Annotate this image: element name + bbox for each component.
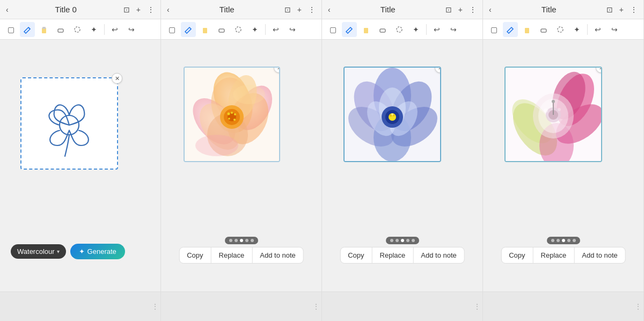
pen-tool-3[interactable] [342,22,357,37]
panel-2: ‹ Title ⊡ + ⋮ ▢ ✦ ↩ ↪ ✕ [161,0,322,321]
sketch-card-1: ✕ [20,77,118,170]
more-icon-4[interactable]: ⋮ [628,4,639,15]
sep-2 [265,24,266,35]
watercolour-button[interactable]: Watercolour ▾ [11,244,66,259]
dot-3-4 [406,239,409,242]
add-note-btn-3[interactable]: Add to note [413,247,464,263]
image-card-3: ✕ [343,67,441,162]
dots-row-3 [386,237,419,244]
eraser-tool-3[interactable] [375,22,390,37]
canvas-2: ✕ [161,40,321,291]
select-tool-3[interactable]: ▢ [325,22,340,37]
eraser-tool-2[interactable] [214,22,229,37]
magic-tool-1[interactable]: ✦ [86,22,101,37]
dot-4-3 [562,239,565,242]
replace-btn-3[interactable]: Replace [372,247,414,263]
bottom-strip-3: ⋮ [322,291,482,321]
flower-orange-img [185,68,279,161]
svg-rect-27 [380,29,385,32]
highlighter-tool-3[interactable] [358,22,374,37]
lasso-tool-3[interactable] [392,22,407,37]
add-icon-4[interactable]: + [618,4,625,15]
dots-row-2 [225,237,258,244]
redo-btn-4[interactable]: ↪ [607,22,622,37]
lasso-tool-4[interactable] [553,22,568,37]
watercolour-label: Watercolour [17,247,55,256]
flower-pink-img [506,68,601,161]
layout-icon-2[interactable]: ⊡ [283,4,292,15]
sketch-close-btn-1[interactable]: ✕ [112,73,122,84]
select-tool-2[interactable]: ▢ [164,22,179,37]
svg-point-23 [233,119,236,121]
copy-btn-3[interactable]: Copy [340,247,372,263]
dot-4-5 [573,239,576,242]
dot-3-3 [401,239,404,242]
svg-point-22 [228,118,230,120]
magic-tool-4[interactable]: ✦ [569,22,584,37]
replace-btn-4[interactable]: Replace [533,247,575,263]
eraser-tool-1[interactable] [53,22,68,37]
toolbar-4: ▢ ✦ ↩ ↪ [483,19,643,40]
highlighter-tool-4[interactable] [519,22,535,37]
dot-2-4 [245,239,248,242]
back-icon-2[interactable]: ‹ [165,4,171,15]
dot-4-4 [567,239,570,242]
svg-point-60 [558,108,561,111]
bottom-strip-2: ⋮ [161,291,321,321]
undo-btn-3[interactable]: ↩ [429,22,444,37]
dots-pill-4 [547,237,580,244]
add-icon-2[interactable]: + [296,4,303,15]
lasso-tool-2[interactable] [231,22,246,37]
pen-tool-4[interactable] [503,22,518,37]
lasso-tool-1[interactable] [70,22,85,37]
back-icon-4[interactable]: ‹ [487,4,493,15]
pen-tool-1[interactable] [20,22,35,37]
add-icon-3[interactable]: + [457,4,464,15]
redo-btn-1[interactable]: ↪ [124,22,139,37]
layout-icon-1[interactable]: ⊡ [122,4,131,15]
undo-btn-1[interactable]: ↩ [107,22,122,37]
eraser-tool-4[interactable] [536,22,551,37]
dot-3-5 [412,239,415,242]
panel-4: ‹ Title ⊡ + ⋮ ▢ ✦ ↩ ↪ ✕ [483,0,644,321]
add-note-btn-4[interactable]: Add to note [574,247,625,263]
dot-2-1 [229,239,232,242]
back-icon-3[interactable]: ‹ [326,4,332,15]
toolbar-1: ▢ ✦ ↩ ↪ [0,19,160,40]
highlighter-tool-1[interactable] [36,22,52,37]
svg-rect-44 [525,28,529,33]
dots-pill-2 [225,237,258,244]
more-icon-1[interactable]: ⋮ [145,4,156,15]
highlighter-tool-2[interactable] [197,22,213,37]
dot-2-3 [240,239,243,242]
canvas-1: ✕ Watercolour [0,40,160,291]
svg-rect-45 [541,29,546,32]
sep-4 [587,24,588,35]
add-note-btn-2[interactable]: Add to note [252,247,303,263]
layout-icon-3[interactable]: ⊡ [444,4,453,15]
add-icon-1[interactable]: + [135,4,142,15]
magic-tool-3[interactable]: ✦ [408,22,423,37]
more-icon-2[interactable]: ⋮ [306,4,317,15]
undo-btn-2[interactable]: ↩ [268,22,283,37]
flower-blue-img [345,68,440,161]
undo-btn-4[interactable]: ↩ [590,22,605,37]
resize-handle-1: ⋮ [152,303,158,310]
generate-button[interactable]: ✦ Generate [70,244,125,259]
dot-2-5 [251,239,254,242]
magic-tool-2[interactable]: ✦ [247,22,262,37]
select-tool-4[interactable]: ▢ [486,22,501,37]
copy-btn-4[interactable]: Copy [501,247,533,263]
layout-icon-4[interactable]: ⊡ [605,4,614,15]
replace-btn-2[interactable]: Replace [211,247,253,263]
redo-btn-3[interactable]: ↪ [446,22,461,37]
select-tool-1[interactable]: ▢ [3,22,18,37]
redo-btn-2[interactable]: ↪ [285,22,300,37]
back-icon-1[interactable]: ‹ [4,4,10,15]
dot-3-1 [390,239,393,242]
svg-point-21 [231,112,233,114]
resize-handle-3: ⋮ [474,303,480,310]
more-icon-3[interactable]: ⋮ [467,4,478,15]
copy-btn-2[interactable]: Copy [179,247,211,263]
pen-tool-2[interactable] [181,22,196,37]
